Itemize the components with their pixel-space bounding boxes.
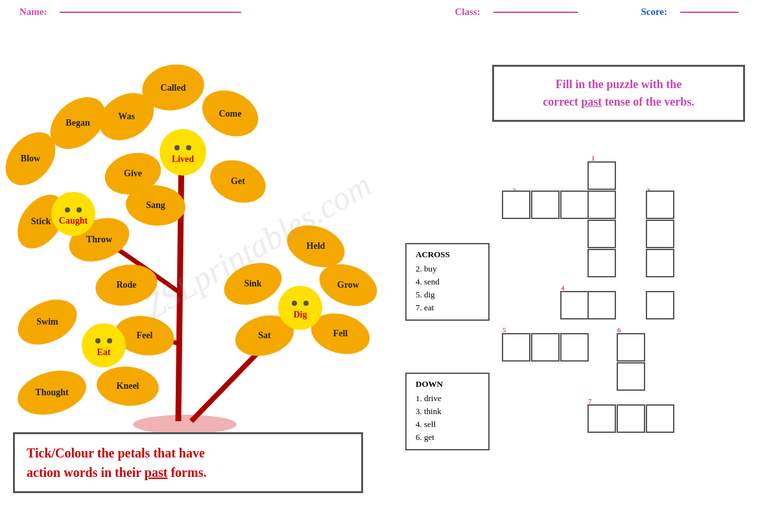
cell-r2c2[interactable] (532, 191, 559, 218)
petal-sink-text: Sink (244, 279, 261, 288)
grid-num-6: 6 (617, 326, 621, 334)
name-label: Name: (19, 6, 47, 17)
cell-r2c6[interactable] (646, 191, 674, 218)
petal-thought-text: Thought (35, 387, 69, 397)
flower-svg: Called Was Come Began Blow Give Get Sang… (3, 32, 379, 454)
ground-base (133, 415, 237, 434)
petal-swim-text: Swim (36, 317, 58, 327)
across-title: ACROSS (416, 249, 479, 260)
cell-r5c6[interactable] (646, 292, 674, 319)
cell-r2c4[interactable] (588, 191, 615, 218)
cell-r8c4[interactable] (588, 405, 615, 432)
petal-grow-text: Grow (337, 280, 360, 290)
cell-r5c3[interactable] (561, 292, 588, 319)
center-caught (51, 192, 95, 236)
petal-come-text: Come (219, 109, 242, 119)
instruction-box: Fill in the puzzle with the correct past… (492, 65, 745, 122)
header: Name: Class: Score: (0, 0, 758, 24)
bottom-past: past (145, 465, 168, 480)
cell-r2c1[interactable] (503, 191, 530, 218)
center-dig (278, 286, 322, 330)
instruction-past-underline: past (581, 95, 602, 108)
down-3: 3. think (416, 405, 479, 418)
petal-held-text: Held (307, 241, 326, 251)
bottom-text3: forms. (171, 465, 206, 480)
center-lived (160, 129, 206, 176)
petal-kneel-text: Kneel (117, 381, 139, 391)
cell-r1c4[interactable] (588, 162, 615, 189)
eye-l2 (65, 207, 70, 213)
eye-r3 (107, 338, 112, 343)
instruction-line2a: correct (543, 95, 578, 108)
name-input-line (60, 12, 241, 13)
down-4: 4. sell (416, 418, 479, 431)
down-6: 6. get (416, 431, 479, 444)
cell-r3c6[interactable] (646, 220, 674, 248)
crossword-svg: .gc { fill:white; stroke:#555; stroke-wi… (493, 149, 752, 512)
bottom-text1: Tick/Colour the petals that have (27, 446, 205, 460)
cell-r6c1[interactable] (503, 334, 530, 361)
petal-blow-text: Blow (21, 154, 41, 163)
class-input-line (493, 12, 578, 13)
score-input-line (680, 12, 739, 13)
cell-r6c3[interactable] (561, 334, 588, 361)
grid-num-7: 7 (588, 397, 592, 405)
cell-r4c6[interactable] (646, 249, 674, 277)
down-clues-box: DOWN 1. drive 3. think 4. sell 6. get (405, 373, 490, 450)
across-7: 7. eat (416, 301, 479, 314)
eye-l1 (174, 145, 180, 150)
petal-began-text: Began (65, 118, 90, 128)
petal-give-text: Give (124, 168, 142, 178)
cell-r8c5[interactable] (617, 405, 645, 432)
grid-num-4: 4 (561, 284, 565, 292)
bottom-instruction-box: Tick/Colour the petals that have action … (13, 432, 363, 493)
cell-r6c2[interactable] (532, 334, 559, 361)
score-label: Score: (641, 6, 667, 17)
petal-rode-text: Rode (116, 280, 136, 290)
petal-sat-text: Sat (258, 330, 271, 340)
down-1: 1. drive (416, 392, 479, 405)
petal-stick-text: Stick (31, 216, 51, 226)
petal-called-text: Called (161, 83, 186, 93)
eye-l3 (95, 338, 101, 343)
center-dig-text: Dig (294, 310, 307, 319)
instruction-line1: Fill in the puzzle with the (556, 78, 682, 91)
cell-r2c3[interactable] (561, 191, 588, 218)
across-5: 5. dig (416, 288, 479, 301)
instruction-line2b: tense of the verbs. (605, 95, 694, 108)
cell-r3c4[interactable] (588, 220, 615, 248)
bottom-text2: action words in their (27, 465, 141, 480)
cell-r8c6[interactable] (646, 405, 674, 432)
grid-num-5: 5 (503, 326, 506, 334)
petal-get-text: Get (231, 176, 245, 186)
across-2: 2. buy (416, 262, 479, 275)
center-caught-text: Caught (59, 216, 88, 226)
eye-r2 (77, 207, 82, 213)
class-label: Class: (455, 6, 480, 17)
eye-r4 (303, 301, 309, 306)
petal-was-text: Was (118, 111, 135, 121)
cell-r6c5[interactable] (617, 334, 645, 361)
eye-l4 (292, 301, 297, 306)
center-eat-text: Eat (97, 347, 111, 357)
petal-throw-text: Throw (86, 235, 113, 244)
cell-r7c5[interactable] (617, 363, 645, 390)
cell-r5c4[interactable] (588, 292, 615, 319)
petal-feel-text: Feel (137, 330, 153, 340)
across-4: 4. send (416, 275, 479, 288)
stem1 (178, 149, 182, 421)
center-lived-text: Lived (172, 154, 194, 164)
down-title: DOWN (416, 379, 479, 389)
across-clues-box: ACROSS 2. buy 4. send 5. dig 7. eat (405, 243, 490, 321)
grid-num-1: 1 (591, 154, 595, 162)
center-eat (82, 323, 126, 367)
petal-fell-text: Fell (333, 329, 348, 338)
petal-sang-text: Sang (146, 200, 165, 210)
cell-r4c4[interactable] (588, 249, 615, 277)
eye-r1 (186, 145, 191, 150)
